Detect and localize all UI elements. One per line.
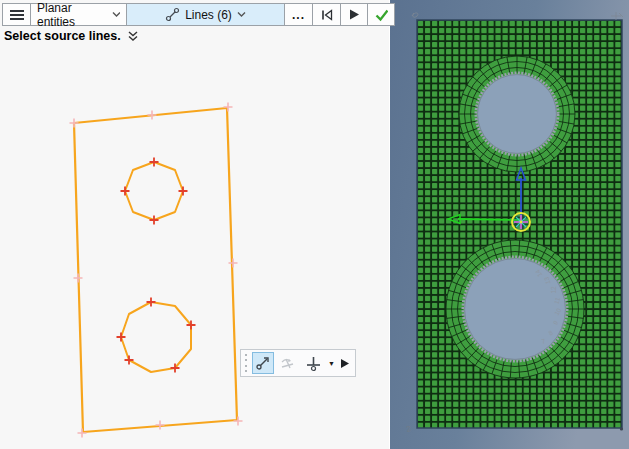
entity-filter-label: Planar entities (37, 1, 107, 29)
endpoint-marker (150, 216, 159, 225)
endpoint-marker (148, 111, 157, 120)
selection-toolbar: Planar entities Lines (6) ... (2, 3, 395, 26)
source-circle-polygon-1[interactable] (125, 162, 183, 220)
node-label: 12 (550, 286, 557, 294)
menu-button[interactable] (3, 4, 31, 25)
endpoint-marker (229, 259, 238, 268)
endpoint-marker (224, 103, 233, 112)
hamburger-icon (10, 10, 24, 20)
sketch-canvas[interactable] (0, 0, 389, 449)
toolbar-grip-handle[interactable] (244, 354, 248, 372)
endpoint-marker (125, 356, 134, 365)
dialog-panel: Planar entities Lines (6) ... (0, 0, 389, 449)
endpoint-marker (150, 158, 159, 167)
selection-label: Lines (6) (185, 8, 232, 22)
play-button[interactable] (341, 4, 368, 25)
selection-list-dropdown[interactable]: Lines (6) (127, 4, 285, 25)
endpoint-marker (74, 274, 83, 283)
skip-to-start-icon (319, 8, 334, 22)
graphics-viewport[interactable]: 78910111213142 (390, 0, 629, 449)
play-icon (348, 8, 360, 21)
mini-play-button[interactable] (339, 352, 352, 374)
more-options-label: ... (292, 8, 305, 22)
check-icon (374, 8, 388, 22)
dropdown-caret-icon[interactable]: ▼ (328, 360, 335, 367)
endpoint-marker (234, 417, 243, 426)
endpoint-marker (147, 298, 156, 307)
endpoint-marker (117, 333, 126, 342)
endpoint-marker (121, 187, 130, 196)
entity-filter-dropdown[interactable]: Planar entities (31, 4, 127, 25)
play-icon (340, 358, 350, 369)
status-prompt: Select source lines. (4, 29, 139, 43)
mini-selection-toolbar: ▼ (240, 349, 356, 377)
vector-arrow-icon (255, 355, 271, 371)
double-chevron-down-icon[interactable] (127, 31, 139, 42)
prompt-text: Select source lines. (4, 29, 121, 43)
more-options-button[interactable]: ... (285, 4, 313, 25)
skip-to-start-button[interactable] (313, 4, 341, 25)
hole-bottom[interactable]: 7891011121314 (446, 240, 584, 378)
endpoint-marker (156, 421, 165, 430)
chevron-down-icon (237, 11, 246, 18)
normal-to-plane-button[interactable] (303, 352, 324, 374)
origin-symbol[interactable] (512, 213, 530, 231)
endpoint-marker (78, 429, 87, 438)
source-circle-polygon-2[interactable] (121, 302, 191, 372)
flip-direction-button[interactable] (278, 352, 299, 374)
accept-button[interactable] (368, 4, 394, 25)
flip-direction-icon (279, 355, 297, 371)
normal-axis-icon (305, 355, 322, 372)
line-segment-icon (165, 7, 180, 22)
endpoint-marker (179, 187, 188, 196)
hole-top[interactable] (459, 56, 575, 172)
select-vector-button[interactable] (252, 352, 274, 374)
endpoint-marker (70, 119, 79, 128)
boundary-rectangle[interactable] (74, 108, 237, 432)
mesh-view-canvas[interactable]: 78910111213142 (390, 0, 629, 449)
chevron-down-icon (112, 11, 120, 18)
